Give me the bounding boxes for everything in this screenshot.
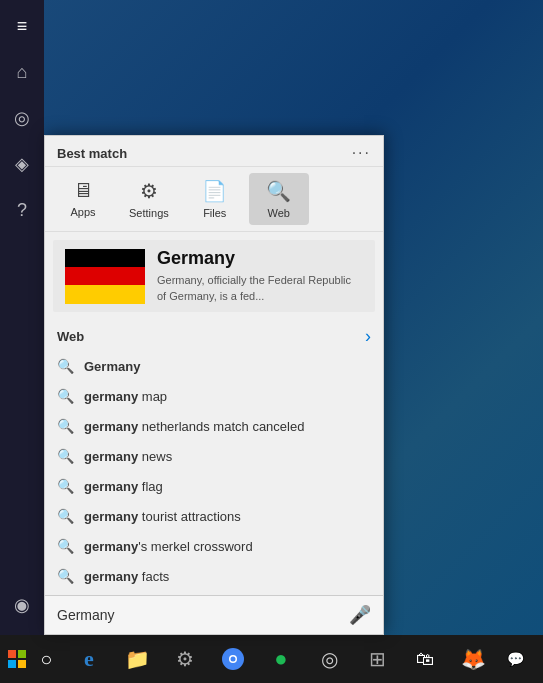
best-match-text-block: Germany Germany, officially the Federal … [157, 248, 363, 304]
sidebar-home-icon[interactable]: ⌂ [0, 50, 44, 94]
flag-black-stripe [65, 249, 145, 267]
result-text: germany facts [84, 569, 169, 584]
list-item[interactable]: 🔍 germany flag [45, 471, 383, 501]
apps-icon: 🖥 [73, 179, 93, 202]
search-results-list: 🔍 Germany 🔍 germany map 🔍 germany nether… [45, 351, 383, 595]
svg-rect-0 [8, 650, 16, 658]
taskbar-settings-icon[interactable]: ⚙ [163, 635, 207, 683]
start-menu: Best match ··· 🖥 Apps ⚙ Settings 📄 Files… [44, 135, 384, 635]
list-item[interactable]: 🔍 germany tourist attractions [45, 501, 383, 531]
sidebar-bulb-icon[interactable]: ◈ [0, 142, 44, 186]
list-item[interactable]: 🔍 germany news [45, 441, 383, 471]
settings-icon: ⚙ [140, 179, 158, 203]
svg-point-6 [231, 657, 236, 662]
tab-apps-label: Apps [70, 206, 95, 218]
list-item[interactable]: 🔍 Germany [45, 351, 383, 381]
windows-icon [8, 650, 26, 668]
search-icon: 🔍 [57, 538, 74, 554]
chrome-svg [222, 648, 244, 670]
best-match-title: Germany [157, 248, 363, 269]
list-item[interactable]: 🔍 germany netherlands match canceled [45, 411, 383, 441]
list-item[interactable]: 🔍 germany's merkel crossword [45, 531, 383, 561]
web-search-icon: 🔍 [266, 179, 291, 203]
taskbar-search-button[interactable]: ○ [34, 635, 59, 683]
search-box[interactable]: Germany 🎤 [45, 595, 383, 634]
svg-rect-2 [8, 660, 16, 668]
sidebar-question-icon[interactable]: ? [0, 188, 44, 232]
result-text: germany netherlands match canceled [84, 419, 304, 434]
files-icon: 📄 [202, 179, 227, 203]
svg-rect-1 [18, 650, 26, 658]
tab-files-label: Files [203, 207, 226, 219]
flag-yellow-stripe [65, 285, 145, 303]
tab-web-label: Web [268, 207, 290, 219]
web-section-label: Web [57, 329, 84, 344]
taskbar: ○ e 📁 ⚙ ● ◎ ⊞ 🛍 🦊 💬 [0, 635, 543, 683]
best-match-result[interactable]: Germany Germany, officially the Federal … [53, 240, 375, 312]
search-icon: 🔍 [57, 508, 74, 524]
flag-red-stripe [65, 267, 145, 285]
list-item[interactable]: 🔍 germany facts [45, 561, 383, 591]
web-section-arrow-icon[interactable]: › [365, 326, 371, 347]
search-icon: 🔍 [57, 358, 74, 374]
result-text: germany news [84, 449, 172, 464]
start-button[interactable] [0, 635, 34, 683]
search-query-text: Germany [57, 607, 115, 623]
taskbar-store-icon[interactable]: 🛍 [403, 635, 447, 683]
tab-files[interactable]: 📄 Files [185, 173, 245, 225]
result-text: germany flag [84, 479, 163, 494]
tab-web[interactable]: 🔍 Web [249, 173, 309, 225]
taskbar-firefox-icon[interactable]: 🦊 [451, 635, 495, 683]
search-icon: 🔍 [57, 418, 74, 434]
microphone-icon[interactable]: 🎤 [349, 604, 371, 626]
search-icon: 🔍 [57, 568, 74, 584]
list-item[interactable]: 🔍 germany map [45, 381, 383, 411]
result-text: Germany [84, 359, 140, 374]
best-match-label: Best match [57, 146, 127, 161]
taskbar-app-icons: e 📁 ⚙ ● ◎ ⊞ 🛍 🦊 [67, 635, 495, 683]
taskbar-edge-icon[interactable]: e [67, 635, 111, 683]
result-text: germany's merkel crossword [84, 539, 253, 554]
search-icon: 🔍 [57, 388, 74, 404]
tab-apps[interactable]: 🖥 Apps [53, 173, 113, 225]
taskbar-right-area: 💬 [495, 635, 543, 683]
desktop: ≡ ⌂ ◎ ◈ ? ◉ Best match ··· 🖥 Apps ⚙ Sett… [0, 0, 543, 683]
menu-header: Best match ··· [45, 136, 383, 167]
svg-rect-3 [18, 660, 26, 668]
search-icon: 🔍 [57, 448, 74, 464]
search-icon: 🔍 [57, 478, 74, 494]
taskbar-camera-icon[interactable]: ◎ [307, 635, 351, 683]
best-match-description: Germany, officially the Federal Republic… [157, 273, 363, 304]
web-section-header: Web › [45, 320, 383, 351]
result-text: germany tourist attractions [84, 509, 241, 524]
sidebar-person-icon[interactable]: ◉ [0, 583, 44, 627]
sidebar-hamburger-icon[interactable]: ≡ [0, 4, 44, 48]
taskbar-notification-icon[interactable]: 💬 [495, 635, 535, 683]
taskbar-folder-icon[interactable]: 📁 [115, 635, 159, 683]
menu-tabs: 🖥 Apps ⚙ Settings 📄 Files 🔍 Web [45, 167, 383, 232]
sidebar-circle-icon[interactable]: ◎ [0, 96, 44, 140]
left-sidebar: ≡ ⌂ ◎ ◈ ? ◉ [0, 0, 44, 635]
tab-settings-label: Settings [129, 207, 169, 219]
taskbar-spotify-icon[interactable]: ● [259, 635, 303, 683]
result-text: germany map [84, 389, 167, 404]
taskbar-chrome-icon[interactable] [211, 635, 255, 683]
more-options-button[interactable]: ··· [352, 144, 371, 162]
tab-settings[interactable]: ⚙ Settings [117, 173, 181, 225]
germany-flag [65, 249, 145, 304]
taskbar-grid-icon[interactable]: ⊞ [355, 635, 399, 683]
